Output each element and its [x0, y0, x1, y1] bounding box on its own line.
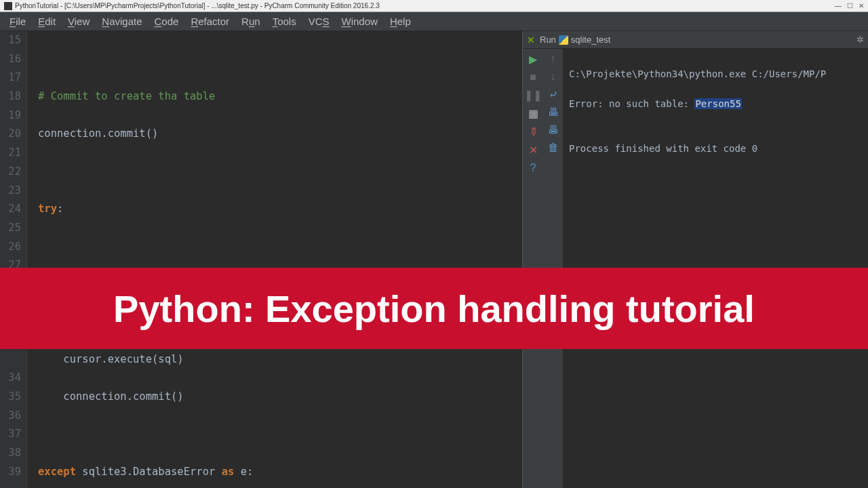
menu-code[interactable]: Code — [149, 14, 184, 29]
print-icon[interactable]: 🖶 — [548, 124, 559, 136]
menu-run[interactable]: Run — [236, 14, 266, 29]
help-icon[interactable]: ? — [530, 162, 536, 174]
pause-icon[interactable]: ❚❚ — [524, 89, 542, 102]
maximize-button[interactable]: ☐ — [847, 2, 853, 9]
close-tab-icon[interactable]: ✕ — [529, 144, 538, 157]
banner-text: Python: Exception handling tutorial — [113, 287, 755, 331]
scroll-end-icon[interactable]: 🖶 — [548, 106, 559, 119]
line-gutter: 15161718192021222324252627343536373839 — [0, 31, 27, 488]
selected-text: Person55 — [694, 98, 741, 109]
console-line: Error: no such table: Person55 — [569, 96, 863, 111]
soft-wrap-icon[interactable]: ⤶ — [549, 88, 557, 101]
minimize-button[interactable]: — — [835, 2, 842, 9]
pin-icon[interactable]: ✎ — [526, 124, 541, 140]
menu-refactor[interactable]: Refactor — [185, 14, 235, 29]
python-icon — [559, 35, 568, 45]
run-header: ✕ Run sqlite_test ✲ — [523, 31, 868, 49]
run-tool-window: ✕ Run sqlite_test ✲ ▶ ■ ❚❚ ▦ ✎ ✕ ? ↑ ↓ ⤶… — [522, 31, 868, 488]
down-stack-icon[interactable]: ↓ — [551, 70, 556, 83]
console-line: Process finished with exit code 0 — [569, 141, 863, 156]
rerun-icon[interactable]: ▶ — [529, 53, 537, 66]
editor-pane: 15161718192021222324252627343536373839 #… — [0, 31, 522, 488]
menu-view[interactable]: View — [62, 14, 95, 29]
clear-all-icon[interactable]: 🗑 — [548, 142, 559, 154]
menu-window[interactable]: Window — [336, 14, 383, 29]
menu-help[interactable]: Help — [384, 14, 416, 29]
stop-icon[interactable]: ■ — [530, 71, 536, 83]
console-line: C:\Projekte\Python34\python.exe C:/Users… — [569, 66, 863, 81]
main-menu: File Edit View Navigate Code Refactor Ru… — [0, 12, 868, 31]
menu-edit[interactable]: Edit — [33, 14, 61, 29]
close-button[interactable]: ✕ — [859, 2, 864, 9]
run-label: Run — [540, 35, 556, 45]
gear-icon[interactable]: ✲ — [856, 35, 864, 45]
title-banner: Python: Exception handling tutorial — [0, 268, 868, 349]
dump-threads-icon[interactable]: ▦ — [528, 107, 538, 120]
menu-tools[interactable]: Tools — [267, 14, 302, 29]
code-editor[interactable]: # Commit to create tha table connection.… — [27, 31, 522, 488]
menu-file[interactable]: File — [4, 14, 31, 29]
run-config-name[interactable]: sqlite_test — [571, 35, 611, 45]
kill-icon[interactable]: ✕ — [527, 35, 535, 45]
window-titlebar: PythonTutorial - [C:\Users\MP\PycharmPro… — [0, 0, 868, 12]
up-stack-icon[interactable]: ↑ — [551, 53, 556, 65]
menu-navigate[interactable]: Navigate — [96, 14, 147, 29]
pycharm-icon — [4, 2, 12, 10]
menu-vcs[interactable]: VCS — [303, 14, 335, 29]
window-title: PythonTutorial - [C:\Users\MP\PycharmPro… — [15, 2, 380, 9]
